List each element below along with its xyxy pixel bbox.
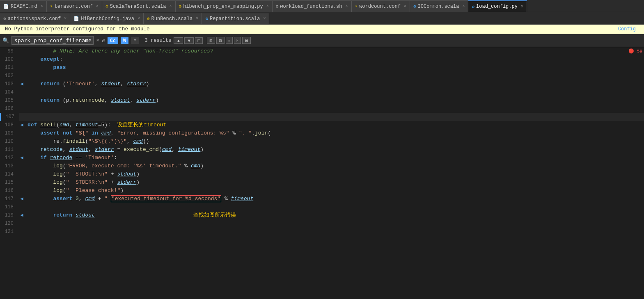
search-filter-btn[interactable]: ⊟ [242,37,251,44]
tab-scalaterasort[interactable]: ⚙ ScalaTeraSort.scala × [102,0,175,12]
tab-hibench[interactable]: ⚙ hibench_prop_env_mapping.py × [176,0,273,12]
tab-runbench-close[interactable]: × [196,16,198,21]
search-case-sensitive-btn[interactable]: Cc [108,37,118,44]
gutter-101 [18,64,25,72]
line-num-106: 106 [0,105,18,113]
tab-loadconfig[interactable]: ⚙ load_config.py × [468,0,527,12]
gutter-104 [18,88,25,96]
gutter-120 [18,219,25,228]
line-num-102: 102 [0,72,18,80]
code-line-106 [25,105,644,113]
tab-loadconfig-label: load_config.py [476,4,518,9]
tab-wordcount[interactable]: ☀ wordcount.conf × [352,0,410,12]
search-opt4-btn[interactable]: ⊧ [234,37,241,44]
line-num-105: 105 [0,96,18,105]
tab-terasort[interactable]: ☀ terasort.conf × [47,0,102,12]
search-bar: 🔍 × ↺ Cc W * 3 results ▲ ▼ □ ⊞ ⊟ ≡ ⊧ ⊟ [0,34,644,47]
table-row: 100 except: [0,55,644,64]
line-num-114: 114 [0,170,18,178]
table-row: 107 [0,113,644,121]
search-expand-btn[interactable]: □ [195,37,203,44]
gutter-117: ◀ [18,195,25,203]
tab-terasort-close[interactable]: × [96,4,99,9]
table-row: 106 [0,105,644,113]
table-row: 111 retcode, stdout, stderr = execute_cm… [0,146,644,154]
warning-config-link[interactable]: Config [618,26,636,32]
tab-repartition-label: Repartition.scala [210,16,260,22]
code-line-114: log(" STDOUT:\n" + stdout) [25,170,644,178]
tab-workload[interactable]: ⚙ workload_functions.sh × [273,0,352,12]
search-input[interactable] [11,36,94,45]
tab-runbench[interactable]: ⚙ RunBench.scala × [144,13,202,24]
hibenchconfig-icon: 📄 [73,16,79,21]
tab-scalaterasort-close[interactable]: × [170,4,172,9]
tab-runbench-label: RunBench.scala [151,16,193,22]
search-next-btn[interactable]: ▼ [184,37,194,44]
search-regex-btn[interactable]: * [131,37,139,44]
code-line-118 [25,203,644,211]
line-num-112: 112 [0,154,18,162]
search-opt2-btn[interactable]: ⊟ [216,37,225,44]
tab-actionsspark-close[interactable]: × [64,16,66,21]
gutter-119: ◀ [18,211,25,219]
table-row: 102 [0,72,644,80]
tab-hibench-close[interactable]: × [266,4,269,9]
tab-repartition[interactable]: ⚙ Repartition.scala × [202,13,269,24]
tab-hibenchconfig-close[interactable]: × [138,16,140,21]
line-num-107: 107 [1,113,19,121]
line-num-118: 118 [0,203,18,211]
tab-loadconfig-close[interactable]: × [521,5,523,9]
search-close-btn[interactable]: × [96,37,99,43]
line-num-103: 103 [0,80,18,88]
code-area[interactable]: 99 # NOTE: Are there any other "non-free… [0,47,644,295]
gutter-108: ◀ [18,121,25,129]
code-line-104 [25,88,644,96]
tab-scalaterasort-label: ScalaTeraSort.scala [110,4,166,9]
search-opt1-btn[interactable]: ⊞ [207,37,215,44]
tab-iocommon-close[interactable]: × [462,4,465,9]
tab-repartition-close[interactable]: × [263,16,266,21]
table-row: 118 [0,203,644,211]
tab-actionsspark[interactable]: ⚙ actions\spark.conf × [0,13,70,24]
tab-workload-label: workload_functions.sh [280,4,342,9]
gutter-106 [18,105,25,113]
search-replace-btn[interactable]: ↺ [102,37,105,44]
search-opt3-btn[interactable]: ≡ [226,37,233,44]
line-num-101: 101 [0,64,18,72]
tab-wordcount-close[interactable]: × [404,4,406,9]
code-line-115: log(" STDERR:\n" + stderr) [25,178,644,187]
line-num-117: 117 [0,195,18,203]
gutter-114 [18,170,25,178]
line-num-111: 111 [0,146,18,154]
gutter-109 [18,129,25,137]
gutter-110 [18,137,25,146]
workload-icon: ⚙ [276,4,279,9]
gutter-112: ◀ [18,154,25,162]
code-line-102 [25,72,644,80]
search-prev-btn[interactable]: ▲ [174,37,183,44]
table-row: 121 [0,228,644,236]
code-line-105: return (p.returncode, stdout, stderr) [25,96,644,105]
table-row: 110 re.findall("\$\{(.*)\}", cmd)) [0,137,644,146]
tab-wordcount-label: wordcount.conf [359,4,401,9]
gutter-118 [18,203,25,211]
warning-text: No Python interpreter configured for the… [5,26,150,32]
table-row: 99 # NOTE: Are there any other "non-free… [0,47,644,55]
search-icon: 🔍 [2,37,9,44]
code-line-121 [25,228,644,236]
table-row: 120 [0,219,644,228]
tab-bar-top: 📄 README.md × ☀ terasort.conf × ⚙ ScalaT… [0,0,644,12]
code-line-117: assert 0, cmd + " "executed timedout for… [25,195,644,203]
tab-workload-close[interactable]: × [346,4,348,9]
table-row: 112 ◀ if retcode == 'Timeout': [0,154,644,162]
tab-hibenchconfig[interactable]: 📄 HiBenchConfig.java × [70,13,144,24]
tab-iocommon[interactable]: ⚙ IOCommon.scala × [410,0,468,12]
gutter-116 [18,187,25,195]
search-whole-word-btn[interactable]: W [121,37,128,44]
line-num-121: 121 [0,228,18,236]
line-num-99: 99 [0,47,18,55]
table-row: 116 log(" Please check!") [0,187,644,195]
readme-icon: 📄 [3,4,9,9]
tab-readme[interactable]: 📄 README.md × [0,0,47,12]
tab-readme-close[interactable]: × [41,4,43,9]
